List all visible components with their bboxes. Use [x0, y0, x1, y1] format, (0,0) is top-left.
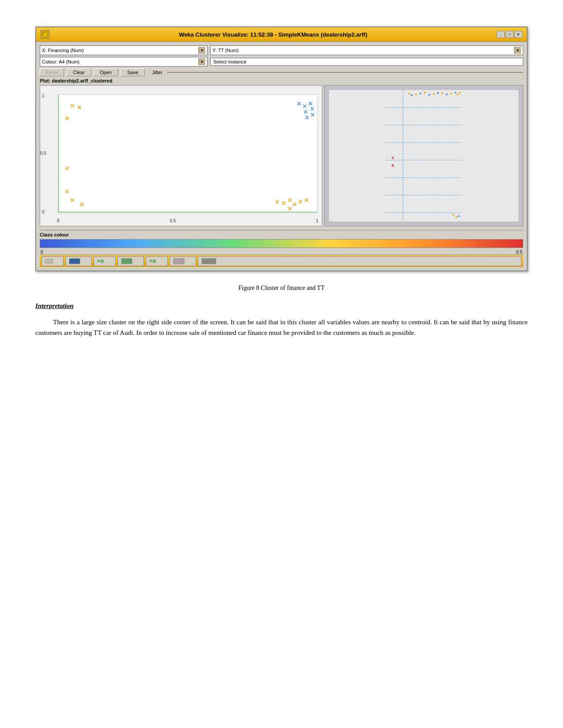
- svg-rect-71: [121, 259, 132, 264]
- interpretation-section: Interpretation There is a large size clu…: [35, 302, 528, 338]
- weka-window: ⚡ Weka Clusterer Visualize: 11:52:38 - S…: [35, 26, 528, 271]
- svg-point-66: [453, 214, 454, 216]
- colour-label-mid: 0.5: [516, 250, 522, 255]
- x-axis-dropdown[interactable]: X: Financing (Num) ▼: [40, 45, 208, 55]
- jitter-slider[interactable]: [167, 72, 523, 73]
- taskbar-item-4[interactable]: [117, 256, 144, 266]
- titlebar: ⚡ Weka Clusterer Visualize: 11:52:38 - S…: [36, 27, 527, 42]
- colour-dropdown[interactable]: Colour: A4 (Num) ▼: [40, 57, 208, 67]
- svg-point-57: [459, 92, 461, 94]
- taskbar-item-6[interactable]: [170, 256, 196, 266]
- minimap-svg: Y X: [329, 90, 518, 221]
- y-axis-arrow[interactable]: ▼: [514, 47, 521, 54]
- scatter-svg: [58, 95, 317, 212]
- svg-text:X: X: [391, 163, 394, 168]
- svg-point-62: [446, 94, 448, 95]
- minimize-button[interactable]: –: [497, 31, 505, 38]
- minimap-inner: Y X: [329, 90, 518, 221]
- class-colour-title: Class colour: [40, 232, 523, 237]
- svg-point-60: [428, 94, 430, 96]
- clear-button[interactable]: Clear: [67, 68, 91, 76]
- plot-title: Plot: dealership2.arff_clustered: [40, 78, 523, 83]
- axis-controls-row: X: Financing (Num) ▼ Y: TT (Num) ▼: [40, 45, 523, 55]
- taskbar-item-7[interactable]: [198, 256, 521, 266]
- maximize-button[interactable]: □: [506, 31, 514, 38]
- svg-point-63: [455, 92, 457, 94]
- svg-point-67: [456, 216, 457, 218]
- svg-point-53: [433, 93, 435, 95]
- x-axis-arrow[interactable]: ▼: [198, 47, 205, 54]
- svg-point-50: [408, 93, 410, 94]
- svg-point-52: [424, 92, 426, 94]
- scatter-plot: 1 0.5 0: [40, 85, 322, 226]
- close-button[interactable]: ✕: [514, 31, 522, 38]
- svg-point-61: [437, 92, 439, 94]
- svg-point-51: [415, 94, 417, 95]
- y-tick-0: 0: [42, 210, 45, 214]
- colour-instance-row: Colour: A4 (Num) ▼ Select Instance: [40, 57, 523, 67]
- x-tick-05: 0.5: [170, 218, 176, 223]
- window-icon: ⚡: [41, 30, 49, 39]
- svg-rect-70: [69, 259, 80, 264]
- colour-bar-labels: 0 0.5: [40, 250, 523, 255]
- reset-button[interactable]: Reset: [40, 68, 64, 76]
- svg-point-59: [419, 93, 421, 94]
- jitter-control: Jitter: [152, 70, 523, 75]
- taskbar-item-1[interactable]: [42, 256, 64, 266]
- svg-point-56: [457, 94, 458, 95]
- window-title: Weka Clusterer Visualize: 11:52:38 - Sim…: [49, 31, 497, 38]
- y-axis-dropdown[interactable]: Y: TT (Num) ▼: [210, 45, 523, 55]
- svg-rect-72: [174, 259, 184, 264]
- y-tick-1: 1: [42, 94, 45, 98]
- taskbar-item-5[interactable]: ✕⊞: [146, 256, 168, 266]
- open-button[interactable]: Open: [94, 68, 118, 76]
- svg-point-68: [458, 215, 460, 217]
- taskbar-item-2[interactable]: [65, 256, 92, 266]
- svg-rect-69: [45, 259, 53, 263]
- class-colour-section: Class colour 0 0.5: [40, 230, 523, 255]
- buttons-jitter-row: Reset Clear Open Save Jitter: [40, 68, 523, 76]
- svg-point-54: [442, 92, 443, 94]
- taskbar: ✕⊞ ✕⊞: [40, 255, 523, 267]
- section-heading: Interpretation: [35, 302, 528, 310]
- x-tick-0: 0: [57, 218, 60, 223]
- select-instance-field[interactable]: Select Instance: [210, 58, 523, 66]
- section-paragraph: There is a large size cluster on the rig…: [35, 317, 528, 338]
- window-controls: – □ ✕: [497, 31, 522, 38]
- y-tick-05: 0.5: [40, 151, 46, 156]
- minimap-panel: Y X: [324, 85, 523, 226]
- window-content: X: Financing (Num) ▼ Y: TT (Num) ▼ Colou…: [36, 42, 527, 270]
- taskbar-item-3[interactable]: ✕⊞: [94, 256, 116, 266]
- svg-point-55: [450, 93, 452, 94]
- svg-point-58: [411, 94, 412, 96]
- scatter-inner: [58, 94, 317, 213]
- save-button[interactable]: Save: [121, 68, 145, 76]
- jitter-label: Jitter: [152, 70, 162, 75]
- svg-rect-73: [202, 259, 216, 264]
- figure-caption: Figure 8 Cluster of finance and TT: [35, 285, 528, 292]
- svg-text:Y: Y: [391, 156, 394, 160]
- colour-arrow[interactable]: ▼: [198, 58, 205, 65]
- colour-label-left: 0: [41, 250, 43, 255]
- plot-container: 1 0.5 0: [40, 85, 523, 226]
- x-tick-1: 1: [316, 218, 318, 223]
- colour-bar: [40, 239, 523, 248]
